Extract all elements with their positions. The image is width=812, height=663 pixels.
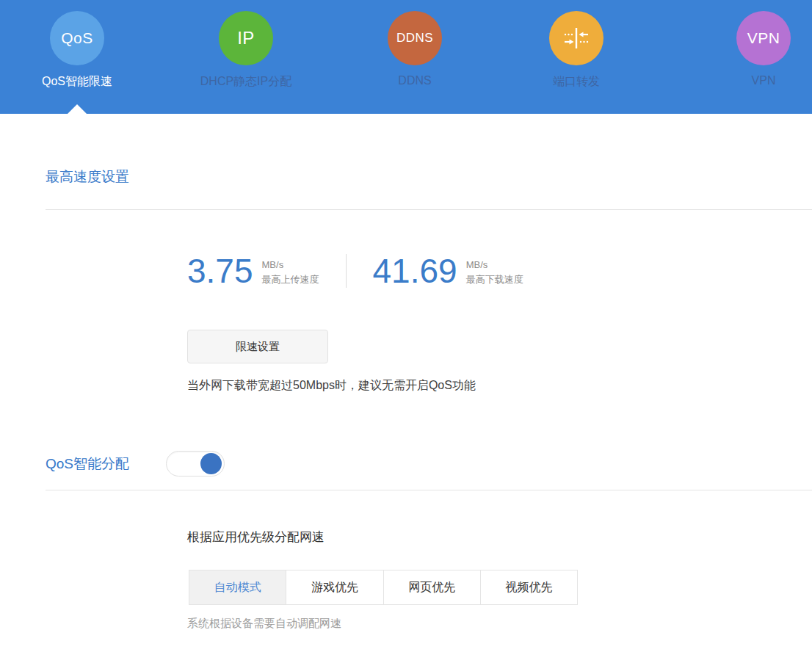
nav-item-ddns[interactable]: DDNS DDNS (349, 11, 481, 87)
qos-allocation-title: QoS智能分配 (46, 454, 129, 474)
port-forward-icon-glyph (561, 23, 592, 54)
nav-label-vpn: VPN (752, 74, 776, 87)
upload-speed-value: 3.75 (187, 254, 253, 288)
ddns-icon-text: DDNS (396, 31, 433, 46)
upload-speed-label: 最高上传速度 (262, 272, 319, 287)
nav-label-qos: QoS智能限速 (42, 74, 112, 90)
nav-item-port-forward[interactable]: 端口转发 (510, 11, 642, 90)
port-forward-icon (549, 11, 603, 65)
tab-video-priority[interactable]: 视频优先 (480, 570, 577, 604)
ddns-icon: DDNS (388, 11, 442, 65)
nav-label-dhcp: DHCP静态IP分配 (200, 74, 291, 90)
download-speed-meta: MB/s 最高下载速度 (466, 254, 523, 288)
qos-allocation-header: QoS智能分配 (46, 451, 812, 477)
qos-hint-text: 当外网下载带宽超过50Mbps时，建议无需开启QoS功能 (187, 378, 812, 394)
max-speed-section-title: 最高速度设置 (46, 167, 812, 186)
ip-icon: IP (219, 11, 273, 65)
section-divider (46, 490, 812, 490)
upload-speed-group: 3.75 MB/s 最高上传速度 (187, 254, 319, 288)
nav-item-qos[interactable]: QoS QoS智能限速 (11, 11, 143, 90)
tab-description: 系统根据设备需要自动调配网速 (187, 617, 812, 631)
download-speed-group: 41.69 MB/s 最高下载速度 (373, 254, 523, 288)
section-divider (46, 209, 812, 210)
tab-game-priority[interactable]: 游戏优先 (286, 570, 383, 604)
nav-item-dhcp[interactable]: IP DHCP静态IP分配 (180, 11, 312, 90)
tab-web-priority[interactable]: 网页优先 (383, 570, 480, 604)
vertical-divider (346, 254, 347, 288)
qos-icon: QoS (50, 11, 104, 65)
qos-allocation-toggle[interactable] (166, 451, 225, 477)
vpn-icon: VPN (736, 11, 791, 65)
tab-auto-mode[interactable]: 自动模式 (189, 570, 286, 604)
upload-speed-meta: MB/s 最高上传速度 (262, 254, 319, 288)
vpn-icon-text: VPN (747, 29, 780, 47)
speed-summary: 3.75 MB/s 最高上传速度 41.69 MB/s 最高下载速度 (187, 254, 812, 288)
priority-mode-tabs: 自动模式 游戏优先 网页优先 视频优先 (189, 570, 578, 605)
speed-limit-settings-button[interactable]: 限速设置 (187, 330, 328, 363)
nav-label-port-forward: 端口转发 (553, 74, 600, 90)
toggle-knob (200, 453, 222, 474)
priority-subtitle: 根据应用优先级分配网速 (187, 529, 812, 546)
nav-item-vpn[interactable]: VPN VPN (697, 11, 812, 87)
qos-icon-text: QoS (61, 29, 93, 47)
download-speed-label: 最高下载速度 (466, 272, 523, 287)
active-nav-pointer (68, 104, 87, 114)
nav-label-ddns: DDNS (398, 74, 431, 87)
ip-icon-text: IP (237, 28, 255, 48)
download-speed-unit: MB/s (466, 258, 523, 272)
upload-speed-unit: MB/s (262, 258, 319, 272)
feature-nav-bar: QoS QoS智能限速 IP DHCP静态IP分配 DDNS DDNS (0, 0, 812, 114)
download-speed-value: 41.69 (373, 254, 457, 288)
